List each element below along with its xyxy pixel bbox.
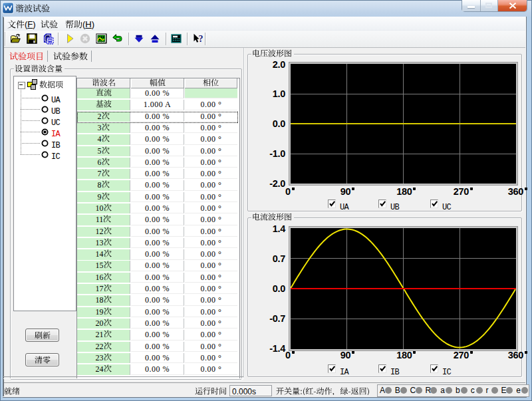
svg-text:?: ?: [199, 34, 203, 44]
